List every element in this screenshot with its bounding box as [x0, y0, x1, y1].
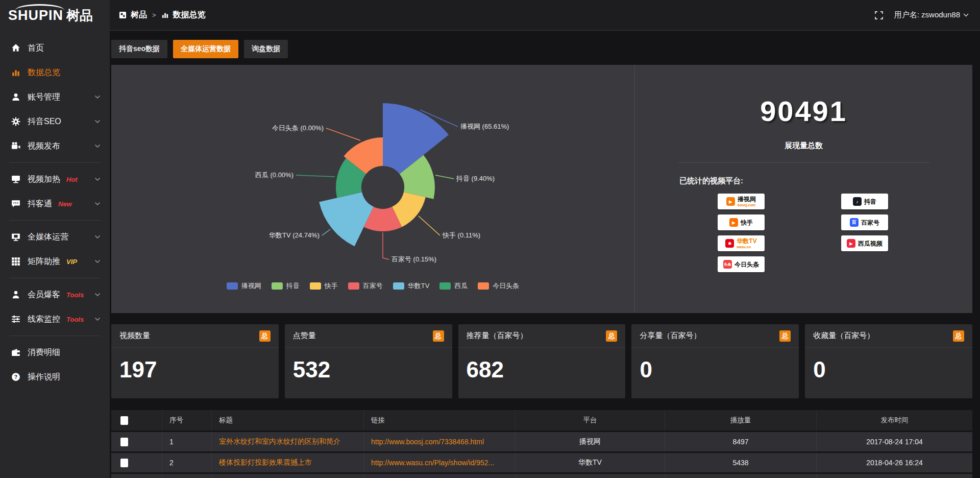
table-header-发布时间: 发布时间 [817, 410, 972, 431]
chart-legend: 播视网抖音快手百家号华数TV西瓜今日头条 [111, 281, 634, 291]
chevron-down-icon [94, 144, 101, 148]
table-cell-empty [111, 474, 162, 478]
legend-item-西瓜[interactable]: 西瓜 [439, 281, 468, 291]
video-url-link[interactable]: http://www.boosj.com/7338468.html [371, 438, 484, 446]
sidebar-item-首页[interactable]: 首页 [0, 36, 110, 60]
platform-badge-华数TV: ✱华数TVwasu.cn [718, 235, 765, 251]
gear-icon [11, 117, 20, 126]
chevron-down-icon [94, 259, 101, 264]
wasu-logo: ✱ [725, 239, 734, 248]
video-url-link[interactable]: http://www.wasu.cn/Play/show/id/952... [371, 459, 494, 467]
sidebar-item-label: 会员爆客 [28, 290, 60, 300]
sidebar-divider [9, 336, 101, 336]
platform-badge-播视网: ▶播视网boosj.com [718, 194, 765, 209]
user-icon [11, 92, 20, 102]
pie-chart-svg: 播视网 (65.61%)抖音 (9.40%)快手 (0.11%)百家号 (0.1… [111, 65, 634, 313]
sidebar-item-badge: Tools [66, 316, 84, 323]
table-cell-link: http://www.boosj.com/7338468.html [364, 432, 516, 451]
user-label: 用户名: zswodun88 [894, 10, 960, 20]
platform-badge-百家号: 百百家号 [841, 214, 888, 230]
table-header-序号: 序号 [162, 410, 212, 431]
table-cell-time: 2018-04-26 16:24 [817, 453, 972, 472]
pie-label: 抖音 (9.40%) [456, 175, 495, 182]
table-cell-time: 2017-08-24 17:04 [817, 432, 972, 451]
sidebar-item-数据总览[interactable]: 数据总览 [0, 60, 110, 85]
sidebar-item-消费明细[interactable]: 消费明细 [0, 340, 110, 365]
table-cell-empty [665, 474, 817, 478]
breadcrumb: 树品 > 数据总览 [119, 10, 206, 20]
stat-card-视频数量: 视频数量总197 [111, 324, 279, 398]
platform-logos-left: ▶播视网boosj.com▶快手✱华数TVwasu.cn头条今日头条 [718, 194, 765, 272]
chart-panel: 播视网 (65.61%)抖音 (9.40%)快手 (0.11%)百家号 (0.1… [111, 65, 972, 313]
sidebar-item-线索监控[interactable]: 线索监控Tools [0, 307, 110, 331]
sidebar-item-badge: New [58, 200, 72, 208]
legend-item-华数TV[interactable]: 华数TV [393, 281, 430, 291]
legend-item-百家号[interactable]: 百家号 [348, 281, 383, 291]
pie-slice-华数TV[interactable] [319, 192, 374, 246]
stat-card-分享量（百家号）: 分享量（百家号）总0 [631, 324, 799, 398]
legend-label: 百家号 [363, 281, 383, 291]
legend-item-抖音[interactable]: 抖音 [272, 281, 300, 291]
sidebar-divider [9, 162, 101, 163]
monitor-icon [11, 175, 20, 184]
table-header-播放量: 播放量 [665, 410, 817, 431]
sidebar-item-操作说明[interactable]: ?操作说明 [0, 365, 110, 389]
breadcrumb-current[interactable]: 数据总览 [173, 10, 206, 20]
app-logo[interactable]: SHUPIN 树品 [0, 0, 110, 31]
fullscreen-icon[interactable] [875, 11, 883, 19]
sidebar-item-抖音SEO[interactable]: 抖音SEO [0, 109, 110, 134]
select-all-checkbox[interactable] [120, 416, 128, 425]
table-cell-checkbox [111, 432, 162, 451]
row-checkbox[interactable] [120, 459, 128, 467]
tab-抖音seo数据[interactable]: 抖音seo数据 [111, 40, 167, 58]
xigua-logo: ▶ [847, 239, 855, 248]
user-menu[interactable]: 用户名: zswodun88 [894, 10, 969, 20]
sidebar-item-矩阵助推[interactable]: 矩阵助推VIP [0, 249, 110, 274]
video-camera-icon [11, 141, 20, 151]
sidebar-item-会员爆客[interactable]: 会员爆客Tools [0, 282, 110, 307]
chevron-down-icon [94, 293, 101, 297]
breadcrumb-root[interactable]: 树品 [131, 10, 147, 20]
sidebar-item-label: 消费明细 [28, 347, 60, 358]
tab-全媒体运营数据[interactable]: 全媒体运营数据 [173, 40, 238, 58]
chevron-down-icon [94, 177, 101, 181]
pie-label: 华数TV (24.74%) [269, 231, 320, 239]
pie-label: 播视网 (65.61%) [460, 123, 509, 130]
pie-label-line [435, 175, 454, 179]
sidebar-item-抖客通[interactable]: 抖客通New [0, 192, 110, 216]
stat-card-点赞量: 点赞量总532 [285, 324, 452, 398]
chevron-down-icon [94, 202, 101, 206]
sidebar-item-视频发布[interactable]: 视频发布 [0, 134, 110, 158]
sidebar-menu: 首页数据总览账号管理抖音SEO视频发布视频加热Hot抖客通New全媒体运营矩阵助… [0, 31, 110, 389]
sidebar-item-label: 矩阵助推 [28, 256, 60, 267]
legend-item-快手[interactable]: 快手 [310, 281, 338, 291]
legend-label: 今日头条 [493, 281, 519, 291]
total-badge: 总 [259, 330, 271, 342]
table-cell-index: 1 [162, 432, 212, 451]
rose-pie-chart: 播视网 (65.61%)抖音 (9.40%)快手 (0.11%)百家号 (0.1… [111, 65, 634, 313]
legend-item-今日头条[interactable]: 今日头条 [478, 281, 519, 291]
stat-card-value: 197 [111, 348, 279, 392]
kuaishou-logo: ▶ [729, 218, 738, 227]
row-checkbox[interactable] [120, 438, 128, 446]
video-title-link[interactable]: 楼体投影灯投影效果震撼上市 [219, 458, 312, 467]
sidebar-item-账号管理[interactable]: 账号管理 [0, 85, 110, 109]
legend-label: 华数TV [408, 281, 430, 291]
sidebar: SHUPIN 树品 首页数据总览账号管理抖音SEO视频发布视频加热Hot抖客通N… [0, 0, 110, 478]
video-title-link[interactable]: 室外水纹灯和室内水纹灯的区别和简介 [219, 437, 340, 446]
chevron-down-icon [94, 119, 101, 124]
chevron-down-icon [94, 235, 101, 239]
home-icon [11, 43, 20, 53]
legend-swatch [310, 282, 321, 290]
pie-label-line [383, 232, 389, 259]
pie-label: 今日头条 (0.00%) [272, 124, 324, 132]
bar-chart-icon [11, 68, 20, 77]
sidebar-item-全媒体运营[interactable]: 全媒体运营 [0, 225, 110, 249]
sidebar-item-视频加热[interactable]: 视频加热Hot [0, 167, 110, 192]
platform-badge-今日头条: 头条今日头条 [718, 256, 765, 272]
legend-item-播视网[interactable]: 播视网 [227, 281, 261, 291]
total-badge: 总 [953, 330, 964, 342]
summary-panel: 90491 展现量总数 已统计的视频平台: ▶播视网boosj.com▶快手✱华… [634, 65, 972, 313]
sidebar-item-label: 视频发布 [28, 141, 60, 152]
tab-询盘数据[interactable]: 询盘数据 [244, 40, 288, 58]
